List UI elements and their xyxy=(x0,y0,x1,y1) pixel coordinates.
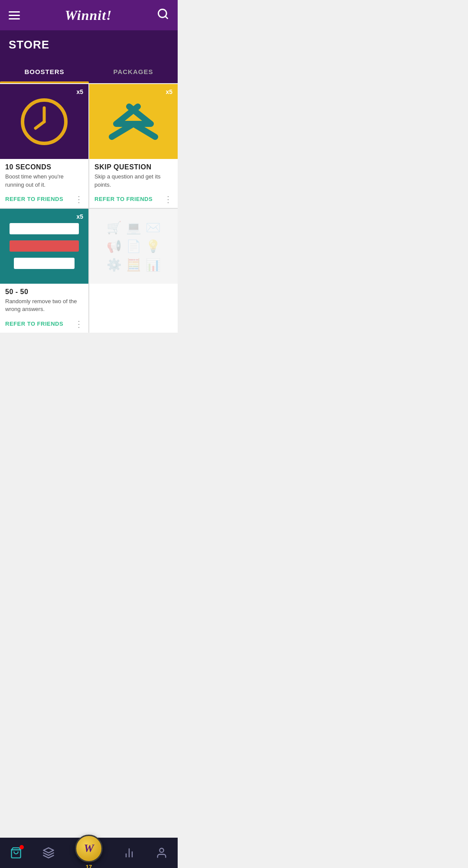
card-fifty-fifty-desc: Randomly remove two of the wrong answers… xyxy=(5,298,83,313)
search-icon[interactable] xyxy=(157,8,169,23)
deco-laptop-icon: 💻 xyxy=(126,220,141,235)
fifty-fifty-badge: x5 xyxy=(76,213,83,220)
card-skip-question-desc: Skip a question and get its points. xyxy=(94,173,172,188)
svg-line-1 xyxy=(165,16,167,18)
card-fifty-fifty-body: 50 - 50 Randomly remove two of the wrong… xyxy=(0,284,88,317)
card-ten-seconds-body: 10 SECONDS Boost time when you're runnin… xyxy=(0,159,88,192)
deco-chart-icon: 📊 xyxy=(146,258,161,272)
app-title: Winnit! xyxy=(65,7,112,23)
card-skip-question-footer: REFER TO FRIENDS ⋮ xyxy=(89,192,178,208)
card-ten-seconds-desc: Boost time when you're running out of it… xyxy=(5,173,83,188)
card-ten-seconds-footer: REFER TO FRIENDS ⋮ xyxy=(0,192,88,208)
deco-icons-grid: 🛒 💻 ✉️ 📢 📄 💡 ⚙️ 🧮 📊 xyxy=(102,216,165,276)
skip-question-more-icon[interactable]: ⋮ xyxy=(164,195,172,204)
fifty-bar-1 xyxy=(10,223,79,234)
deco-calc-icon: 🧮 xyxy=(126,258,141,272)
deco-file-icon: 📄 xyxy=(126,239,141,253)
deco-mail-icon: ✉️ xyxy=(146,220,161,235)
card-skip-question: x5 SKIP QUESTION Skip a question and get… xyxy=(89,84,178,208)
card-skip-question-title: SKIP QUESTION xyxy=(94,163,172,171)
deco-megaphone-icon: 📢 xyxy=(107,239,122,253)
fifty-fifty-refer-link[interactable]: REFER TO FRIENDS xyxy=(5,321,63,327)
fifty-bar-3 xyxy=(14,258,75,269)
svg-line-4 xyxy=(36,122,44,128)
card-ten-seconds-title: 10 SECONDS xyxy=(5,163,83,171)
boosters-grid: x5 10 SECONDS Boost time when you're run… xyxy=(0,84,178,333)
ten-seconds-refer-link[interactable]: REFER TO FRIENDS xyxy=(5,196,63,202)
tab-active-indicator xyxy=(0,81,89,83)
ten-seconds-more-icon[interactable]: ⋮ xyxy=(75,195,83,204)
deco-gear-icon: ⚙️ xyxy=(107,258,122,272)
card-fifty-fifty-image: x5 xyxy=(0,209,88,284)
card-fifty-fifty: x5 50 - 50 Randomly remove two of the wr… xyxy=(0,209,88,333)
store-title: STORE xyxy=(9,38,169,52)
menu-button[interactable] xyxy=(9,11,20,19)
card-empty-image: 🛒 💻 ✉️ 📢 📄 💡 ⚙️ 🧮 📊 xyxy=(89,209,178,284)
card-skip-question-body: SKIP QUESTION Skip a question and get it… xyxy=(89,159,178,192)
header: Winnit! xyxy=(0,0,178,30)
skip-question-badge: x5 xyxy=(166,88,172,95)
card-fifty-fifty-footer: REFER TO FRIENDS ⋮ xyxy=(0,317,88,333)
card-empty-body xyxy=(89,284,178,332)
card-empty: 🛒 💻 ✉️ 📢 📄 💡 ⚙️ 🧮 📊 xyxy=(89,209,178,333)
fifty-bar-2 xyxy=(10,240,79,252)
tab-boosters[interactable]: BOOSTERS xyxy=(0,60,89,83)
card-skip-question-image: x5 xyxy=(89,84,178,159)
deco-bulb-icon: 💡 xyxy=(146,239,161,253)
skip-question-refer-link[interactable]: REFER TO FRIENDS xyxy=(94,196,153,202)
card-ten-seconds-image: x5 xyxy=(0,84,88,159)
tabs-bar: BOOSTERS PACKAGES xyxy=(0,60,178,83)
card-fifty-fifty-title: 50 - 50 xyxy=(5,288,83,296)
deco-basket-icon: 🛒 xyxy=(107,220,122,235)
fifty-fifty-more-icon[interactable]: ⋮ xyxy=(75,320,83,328)
card-ten-seconds: x5 10 SECONDS Boost time when you're run… xyxy=(0,84,88,208)
tab-packages[interactable]: PACKAGES xyxy=(89,60,178,83)
ten-seconds-badge: x5 xyxy=(76,88,83,95)
